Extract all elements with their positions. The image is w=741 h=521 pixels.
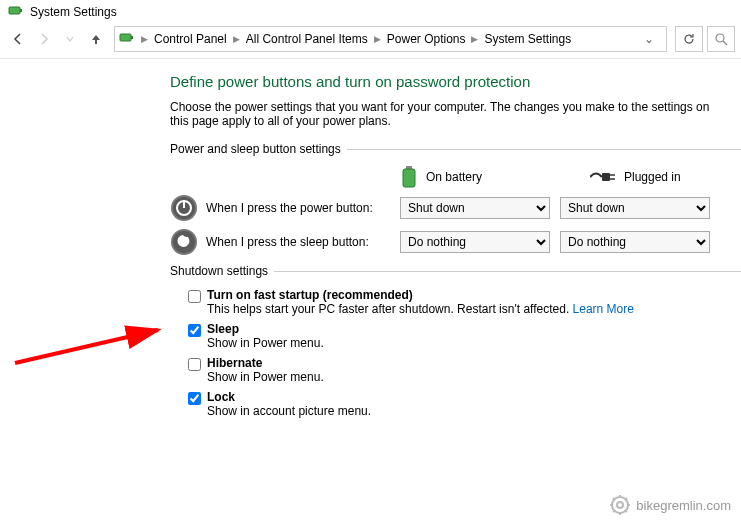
row-label: When I press the sleep button: xyxy=(206,235,369,249)
titlebar: System Settings xyxy=(0,0,741,24)
row-sleep-button: When I press the sleep button: Do nothin… xyxy=(170,228,741,256)
chevron-right-icon: ▶ xyxy=(139,34,150,44)
lock-label: Lock xyxy=(207,390,371,404)
fast-startup-row: Turn on fast startup (recommended) This … xyxy=(188,288,741,316)
hibernate-row: Hibernate Show in Power menu. xyxy=(188,356,741,384)
hibernate-label: Hibernate xyxy=(207,356,324,370)
power-icon xyxy=(170,194,198,222)
crumb-control-panel[interactable]: Control Panel xyxy=(154,32,227,46)
recent-dropdown[interactable] xyxy=(58,27,82,51)
chevron-right-icon: ▶ xyxy=(231,34,242,44)
svg-line-5 xyxy=(723,41,727,45)
col-label-battery: On battery xyxy=(426,170,482,184)
sleep-icon xyxy=(170,228,198,256)
watermark: bikegremlin.com xyxy=(610,495,731,515)
group-title: Power and sleep button settings xyxy=(170,142,341,156)
svg-line-24 xyxy=(613,498,615,500)
sleep-desc: Show in Power menu. xyxy=(207,336,324,350)
sleep-button-plugged-select[interactable]: Do nothing xyxy=(560,231,710,253)
refresh-button[interactable] xyxy=(675,26,703,52)
fast-startup-desc: This helps start your PC faster after sh… xyxy=(207,302,634,316)
svg-point-4 xyxy=(716,34,724,42)
crumb-power-options[interactable]: Power Options xyxy=(387,32,466,46)
power-button-battery-select[interactable]: Shut down xyxy=(400,197,550,219)
hibernate-checkbox[interactable] xyxy=(188,358,201,371)
up-button[interactable] xyxy=(84,27,108,51)
watermark-text: bikegremlin.com xyxy=(636,498,731,513)
col-plugged-in: Plugged in xyxy=(590,170,740,184)
svg-point-19 xyxy=(617,502,623,508)
learn-more-link[interactable]: Learn More xyxy=(573,302,634,316)
chevron-down-icon[interactable]: ⌄ xyxy=(644,32,662,46)
group-power-sleep: Power and sleep button settings xyxy=(170,142,741,156)
svg-line-27 xyxy=(613,510,615,512)
power-button-plugged-select[interactable]: Shut down xyxy=(560,197,710,219)
group-shutdown: Shutdown settings xyxy=(170,264,741,278)
content: Define power buttons and turn on passwor… xyxy=(0,59,741,438)
power-options-icon xyxy=(8,4,24,20)
column-headers: On battery Plugged in xyxy=(400,166,741,188)
row-label: When I press the power button: xyxy=(206,201,373,215)
forward-button[interactable] xyxy=(32,27,56,51)
col-on-battery: On battery xyxy=(400,166,550,188)
group-title: Shutdown settings xyxy=(170,264,268,278)
power-options-icon xyxy=(119,31,135,47)
back-button[interactable] xyxy=(6,27,30,51)
svg-rect-0 xyxy=(9,7,20,14)
svg-line-26 xyxy=(625,498,627,500)
svg-rect-1 xyxy=(20,9,22,12)
battery-icon xyxy=(400,166,418,188)
sleep-checkbox[interactable] xyxy=(188,324,201,337)
fast-startup-checkbox[interactable] xyxy=(188,290,201,303)
hibernate-desc: Show in Power menu. xyxy=(207,370,324,384)
page-heading: Define power buttons and turn on passwor… xyxy=(170,73,741,90)
col-label-plugged: Plugged in xyxy=(624,170,681,184)
gear-icon xyxy=(610,495,630,515)
breadcrumb[interactable]: ▶ Control Panel ▶ All Control Panel Item… xyxy=(114,26,667,52)
plug-icon xyxy=(590,170,616,184)
crumb-all-items[interactable]: All Control Panel Items xyxy=(246,32,368,46)
svg-rect-3 xyxy=(131,36,133,39)
nav-row: ▶ Control Panel ▶ All Control Panel Item… xyxy=(0,24,741,59)
chevron-right-icon: ▶ xyxy=(372,34,383,44)
svg-line-25 xyxy=(625,510,627,512)
fast-startup-label: Turn on fast startup (recommended) xyxy=(207,288,634,302)
lock-checkbox[interactable] xyxy=(188,392,201,405)
page-intro: Choose the power settings that you want … xyxy=(170,100,730,128)
sleep-label: Sleep xyxy=(207,322,324,336)
lock-desc: Show in account picture menu. xyxy=(207,404,371,418)
svg-rect-2 xyxy=(120,34,131,41)
row-power-button: When I press the power button: Shut down… xyxy=(170,194,741,222)
crumb-system-settings[interactable]: System Settings xyxy=(484,32,571,46)
sleep-button-battery-select[interactable]: Do nothing xyxy=(400,231,550,253)
chevron-right-icon: ▶ xyxy=(469,34,480,44)
search-button[interactable] xyxy=(707,26,735,52)
svg-rect-7 xyxy=(403,169,415,187)
window-title: System Settings xyxy=(30,5,117,19)
lock-row: Lock Show in account picture menu. xyxy=(188,390,741,418)
sleep-row: Sleep Show in Power menu. xyxy=(188,322,741,350)
svg-rect-8 xyxy=(602,173,610,181)
